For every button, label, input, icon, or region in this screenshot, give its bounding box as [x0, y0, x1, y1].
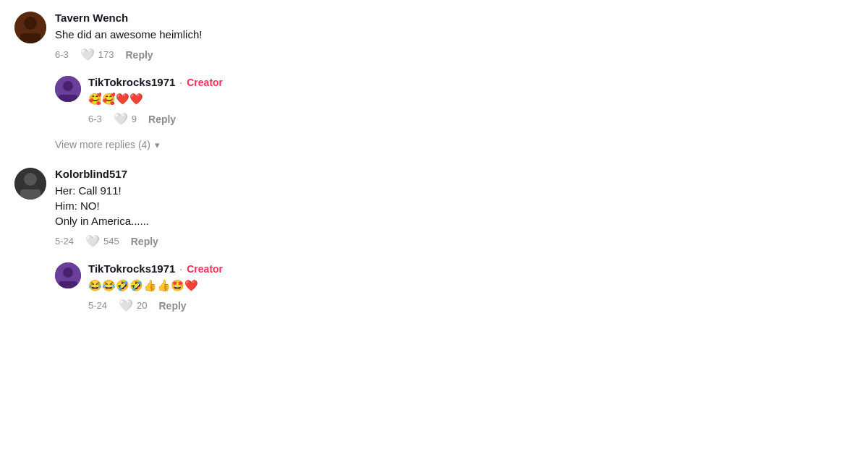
avatar-image-creator-1: [55, 76, 81, 102]
comment-1-text: She did an awesome heimlich!: [55, 27, 854, 42]
comment-block-2: Kolorblind517 Her: Call 911! Him: NO! On…: [14, 168, 854, 248]
reply-2-1-content: TikTokrocks1971 · Creator 😂😂🤣🤣👍👍🤩❤️ 5-24…: [88, 262, 854, 312]
avatar-image-creator-2: [55, 262, 81, 288]
chevron-down-icon: ▾: [155, 140, 160, 150]
creator-badge-1: Creator: [187, 77, 223, 88]
reply-1-1-date: 6-3: [88, 113, 102, 124]
reply-2-1-meta: 5-24 🤍 20 Reply: [88, 299, 854, 312]
heart-icon-reply-2: 🤍: [119, 299, 133, 312]
view-more-replies-button[interactable]: View more replies (4) ▾: [55, 137, 160, 159]
reply-1-1-text: 🥰🥰❤️❤️: [88, 91, 854, 106]
comment-2-username-row: Kolorblind517: [55, 168, 854, 180]
svg-point-10: [63, 267, 73, 278]
creator-badge-2: Creator: [187, 263, 223, 275]
reply-2-1-username-row: TikTokrocks1971 · Creator: [88, 262, 854, 275]
dot-separator-2: ·: [179, 263, 182, 275]
reply-block-1-1: TikTokrocks1971 · Creator 🥰🥰❤️❤️ 6-3 🤍 9…: [55, 76, 854, 126]
comment-2-line-3: Only in America......: [55, 215, 149, 227]
heart-icon-1: 🤍: [80, 48, 95, 61]
reply-1-1-likes: 🤍 9: [114, 112, 137, 126]
svg-point-7: [24, 173, 37, 186]
replies-section-2: TikTokrocks1971 · Creator 😂😂🤣🤣👍👍🤩❤️ 5-24…: [55, 262, 854, 312]
comment-1-content: Tavern Wench She did an awesome heimlich…: [55, 12, 854, 61]
heart-icon-reply-1: 🤍: [114, 112, 128, 126]
reply-1-1-reply-button[interactable]: Reply: [148, 113, 176, 125]
comment-2-date: 5-24: [55, 236, 74, 247]
svg-point-1: [24, 17, 37, 30]
reply-1-1-meta: 6-3 🤍 9 Reply: [88, 112, 854, 126]
svg-rect-5: [59, 95, 77, 102]
comment-2-likes: 🤍 545: [85, 234, 119, 248]
comment-2-like-count: 545: [103, 236, 119, 247]
comment-2-username: Kolorblind517: [55, 168, 127, 180]
comment-1-likes: 🤍 173: [80, 48, 114, 61]
comment-2-reply-button[interactable]: Reply: [131, 236, 158, 247]
reply-1-1-username: TikTokrocks1971: [88, 76, 175, 88]
reply-2-1-likes: 🤍 20: [119, 299, 147, 312]
dot-separator-1: ·: [179, 77, 182, 88]
avatar-image-tavern: [14, 12, 46, 43]
comment-1-username: Tavern Wench: [55, 12, 128, 24]
avatar-image-kolorblind: [14, 168, 46, 200]
view-more-replies-label: View more replies (4): [55, 139, 150, 150]
reply-2-1-reply-button[interactable]: Reply: [159, 300, 187, 312]
comment-block-1: Tavern Wench She did an awesome heimlich…: [14, 12, 854, 61]
reply-2-1-like-count: 20: [137, 300, 147, 311]
comment-1-like-count: 173: [98, 49, 114, 60]
avatar-creator-2: [55, 262, 81, 288]
comment-2-text: Her: Call 911! Him: NO! Only in America.…: [55, 183, 854, 228]
reply-2-1-date: 5-24: [88, 300, 107, 311]
svg-point-4: [63, 81, 73, 91]
comment-2-content: Kolorblind517 Her: Call 911! Him: NO! On…: [55, 168, 854, 248]
comment-1-username-row: Tavern Wench: [55, 12, 854, 24]
svg-rect-8: [20, 189, 41, 200]
reply-1-1-like-count: 9: [132, 113, 137, 124]
comment-1-date: 6-3: [55, 49, 69, 60]
comment-1-meta: 6-3 🤍 173 Reply: [55, 48, 854, 61]
svg-rect-2: [20, 33, 41, 43]
heart-icon-2: 🤍: [85, 234, 100, 248]
reply-2-1-text: 😂😂🤣🤣👍👍🤩❤️: [88, 278, 854, 293]
comment-2-meta: 5-24 🤍 545 Reply: [55, 234, 854, 248]
avatar-creator-1: [55, 76, 81, 102]
svg-rect-11: [59, 281, 77, 288]
reply-2-1-username: TikTokrocks1971: [88, 262, 175, 275]
reply-block-2-1: TikTokrocks1971 · Creator 😂😂🤣🤣👍👍🤩❤️ 5-24…: [55, 262, 854, 312]
avatar-tavern-wench: [14, 12, 46, 43]
replies-section-1: TikTokrocks1971 · Creator 🥰🥰❤️❤️ 6-3 🤍 9…: [55, 76, 854, 159]
avatar-kolorblind: [14, 168, 46, 200]
comment-1-reply-button[interactable]: Reply: [126, 49, 153, 61]
comment-2-line-1: Her: Call 911!: [55, 184, 122, 197]
reply-1-1-username-row: TikTokrocks1971 · Creator: [88, 76, 854, 88]
comment-2-line-2: Him: NO!: [55, 200, 100, 212]
reply-1-1-content: TikTokrocks1971 · Creator 🥰🥰❤️❤️ 6-3 🤍 9…: [88, 76, 854, 126]
